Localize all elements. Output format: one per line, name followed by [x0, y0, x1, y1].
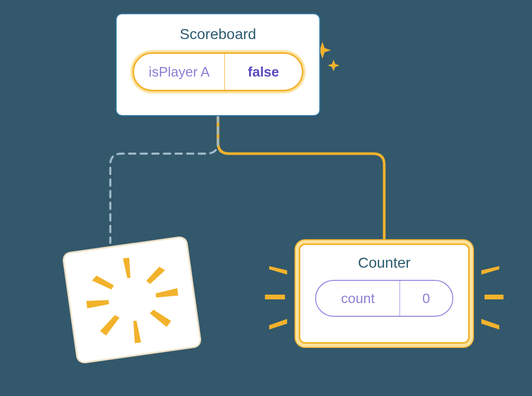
svg-marker-2 — [269, 319, 287, 329]
unmounted-component — [63, 237, 202, 364]
svg-marker-3 — [481, 266, 499, 275]
svg-marker-14 — [91, 274, 115, 292]
svg-marker-13 — [86, 298, 109, 308]
counter-title: Counter — [300, 254, 468, 271]
state-value: false — [225, 54, 302, 90]
svg-marker-9 — [155, 288, 178, 299]
svg-marker-10 — [149, 307, 172, 329]
state-key: isPlayer A — [134, 54, 225, 90]
svg-marker-4 — [484, 295, 504, 299]
svg-rect-6 — [63, 237, 202, 364]
svg-marker-1 — [265, 295, 285, 299]
counter-state-pill: count 0 — [315, 280, 453, 317]
svg-marker-0 — [269, 266, 287, 275]
svg-marker-5 — [481, 319, 499, 329]
svg-marker-8 — [145, 266, 167, 285]
scoreboard-state-pill: isPlayer A false — [132, 52, 303, 91]
svg-marker-7 — [123, 258, 132, 278]
state-key: count — [316, 281, 400, 316]
svg-marker-12 — [98, 315, 122, 336]
counter-component: Counter count 0 — [296, 240, 473, 347]
scoreboard-title: Scoreboard — [117, 26, 319, 43]
svg-marker-11 — [132, 320, 141, 343]
state-value: 0 — [400, 281, 452, 316]
scoreboard-component: Scoreboard isPlayer A false — [116, 13, 320, 116]
